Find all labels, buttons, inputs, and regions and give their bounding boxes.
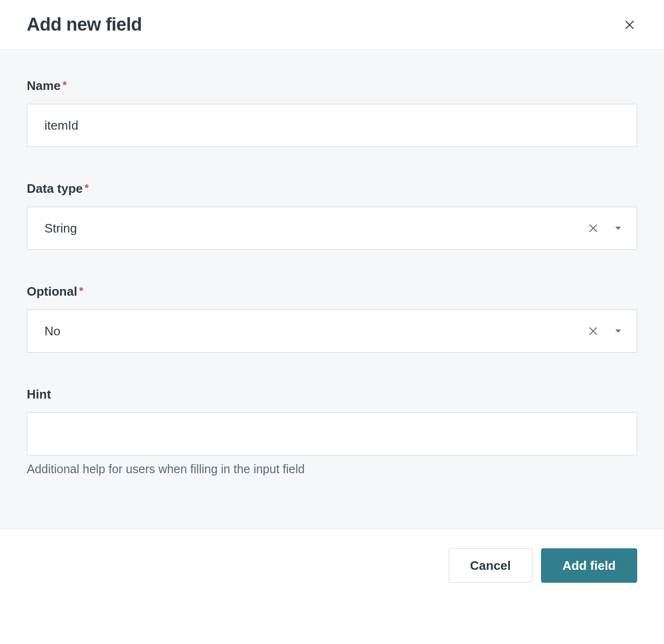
required-mark: * [85,182,89,194]
data-type-select-icons [586,207,626,250]
hint-help-text: Additional help for users when filling i… [27,462,637,476]
chevron-down-icon [613,223,623,233]
optional-select-icons [586,310,626,353]
modal-body: Name* Data type* [0,50,664,529]
required-mark: * [79,285,83,297]
close-icon [587,222,599,234]
modal-header: Add new field [0,0,664,50]
name-label: Name* [27,78,637,93]
data-type-dropdown-button[interactable] [610,221,626,236]
add-field-modal: Add new field Name* Data type* [0,0,664,602]
name-input[interactable] [27,104,637,147]
modal-footer: Cancel Add field [0,529,664,602]
cancel-button[interactable]: Cancel [449,548,532,583]
data-type-value[interactable] [27,207,637,250]
data-type-label: Data type* [27,181,637,196]
optional-group: Optional* [27,284,637,353]
close-icon [587,325,599,337]
hint-label: Hint [27,387,637,402]
close-button[interactable] [622,17,637,33]
required-mark: * [63,79,67,91]
optional-label: Optional* [27,284,637,299]
data-type-select[interactable] [27,207,637,250]
data-type-group: Data type* [27,181,637,250]
add-field-button[interactable]: Add field [541,548,637,583]
name-label-text: Name [27,78,61,93]
hint-label-text: Hint [27,387,51,401]
name-group: Name* [27,78,637,147]
data-type-clear-button[interactable] [586,221,601,236]
hint-group: Hint Additional help for users when fill… [27,387,637,476]
optional-clear-button[interactable] [586,323,601,339]
optional-value[interactable] [27,310,637,353]
optional-select[interactable] [27,310,637,353]
data-type-label-text: Data type [27,181,83,196]
hint-input[interactable] [27,412,637,455]
optional-dropdown-button[interactable] [610,323,626,339]
chevron-down-icon [613,326,623,336]
close-icon [623,19,636,31]
modal-title: Add new field [27,14,142,35]
optional-label-text: Optional [27,284,77,299]
